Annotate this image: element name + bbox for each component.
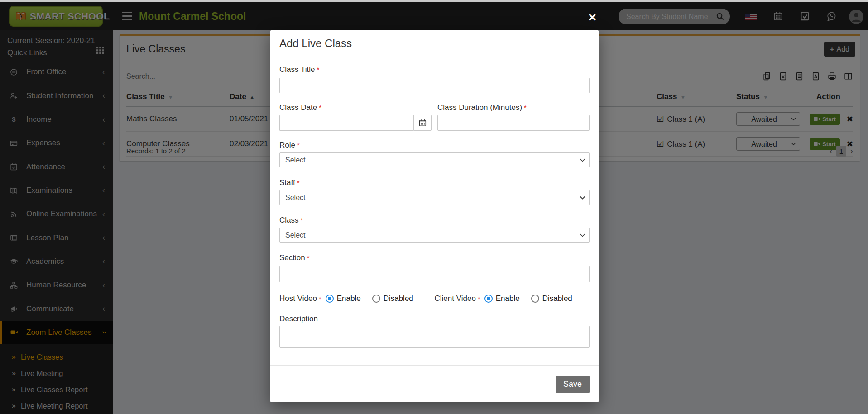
class-title-input[interactable]: [279, 78, 590, 93]
required-mark: *: [297, 141, 300, 149]
modal-body: Class Title* Class Date* Class Duration …: [270, 65, 599, 350]
description-label: Description: [279, 314, 318, 323]
client-video-enable-radio[interactable]: [484, 295, 493, 303]
section-label: Section: [279, 253, 305, 262]
client-video-group: Client Video* Enable Disabled: [435, 294, 590, 303]
enable-label: Enable: [337, 294, 361, 303]
role-label: Role: [279, 141, 295, 149]
description-textarea[interactable]: [279, 326, 590, 348]
add-live-class-modal: ✕ Add Live Class Class Title* Class Date…: [270, 30, 599, 402]
disabled-label: Disabled: [384, 294, 413, 303]
window-top-strip: [0, 0, 868, 2]
required-mark: *: [319, 104, 321, 111]
close-icon[interactable]: ✕: [588, 12, 597, 23]
modal-title: Add Live Class: [279, 37, 590, 50]
role-select[interactable]: Select: [279, 152, 590, 167]
class-duration-input[interactable]: [437, 115, 590, 131]
required-mark: *: [478, 295, 480, 303]
datepicker-button[interactable]: [413, 115, 432, 131]
required-mark: *: [307, 254, 310, 262]
class-duration-label: Class Duration (Minutes): [437, 103, 522, 112]
section-input[interactable]: [279, 266, 590, 282]
host-video-enable-radio[interactable]: [326, 295, 334, 303]
staff-select[interactable]: Select: [279, 190, 590, 205]
required-mark: *: [301, 216, 303, 224]
disabled-label: Disabled: [542, 294, 572, 303]
client-video-disabled-radio[interactable]: [531, 295, 539, 303]
host-video-disabled-radio[interactable]: [372, 295, 380, 303]
enable-label: Enable: [496, 294, 520, 303]
class-date-input[interactable]: [279, 115, 413, 131]
class-select[interactable]: Select: [279, 228, 590, 243]
modal-header: Add Live Class: [270, 30, 599, 56]
required-mark: *: [319, 295, 321, 303]
required-mark: *: [297, 179, 300, 186]
staff-label: Staff: [279, 178, 295, 187]
required-mark: *: [317, 66, 319, 73]
required-mark: *: [524, 104, 527, 111]
host-video-label: Host Video: [279, 294, 317, 303]
client-video-label: Client Video: [435, 294, 476, 303]
class-label: Class: [279, 216, 299, 224]
class-date-label: Class Date: [279, 103, 317, 112]
save-button[interactable]: Save: [556, 376, 590, 393]
class-title-label: Class Title: [279, 65, 315, 74]
modal-footer: Save: [270, 365, 599, 402]
host-video-group: Host Video* Enable Disabled: [279, 294, 435, 303]
